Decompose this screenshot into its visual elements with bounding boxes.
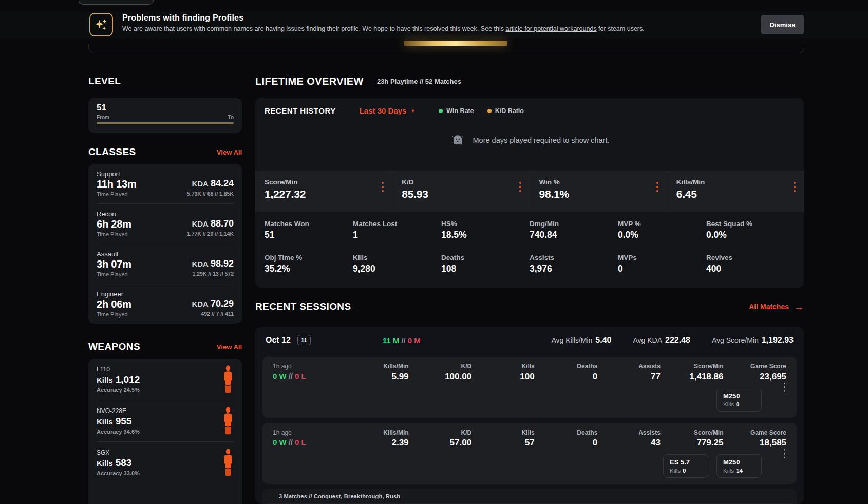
session-agg-kda: Avg KDA222.48 (633, 335, 690, 345)
level-value: 51 (97, 103, 234, 113)
match-row[interactable]: 1h ago 0 W//0 L Kills/Min2.39 K/D57.00 K… (262, 423, 797, 484)
kills-label: Kills (97, 376, 113, 384)
stat-cell: MVPs0 (618, 254, 706, 279)
stat-value: 6.45 (676, 188, 795, 200)
stat-label: Score/Min (265, 178, 383, 186)
session-agg-kills-min: Avg Kills/Min5.40 (551, 335, 611, 345)
level-heading: LEVEL (88, 76, 121, 87)
weapon-chip: M250 Kills14 (716, 454, 762, 478)
kda-value: 98.92 (211, 258, 234, 269)
class-kda-detail: 492 // 7 // 411 (192, 311, 234, 317)
banner-title: Problems with finding Profiles (122, 13, 645, 23)
match-row[interactable]: 1h ago 0 W//0 L Kills/Min5.99 K/D100.00 … (262, 357, 797, 418)
match-win-loss: 0 W//0 L (273, 438, 346, 446)
classes-view-all-link[interactable]: View All (217, 148, 242, 156)
stat-menu-icon[interactable] (656, 182, 658, 192)
body-silhouette-icon (222, 447, 234, 477)
kills-label: Kills (97, 459, 113, 468)
class-row-assault[interactable]: Assault 3h 07m Time Played KDA98.92 1.29… (88, 244, 242, 284)
stat-cell: HS%18.5% (441, 220, 530, 246)
match-stat: Assists77 (597, 363, 661, 382)
notification-banner: Problems with finding Profiles We are aw… (0, 11, 868, 38)
class-row-support[interactable]: Support 11h 13m Time Played KDA84.24 5.7… (88, 164, 242, 203)
level-to-label: To (228, 115, 234, 120)
match-time-ago: 1h ago (273, 363, 346, 370)
match-stat: K/D100.00 (409, 363, 472, 382)
classes-card: Support 11h 13m Time Played KDA84.24 5.7… (88, 164, 242, 324)
class-time: 11h 13m (97, 178, 137, 190)
stat-cell: Deaths108 (441, 254, 530, 279)
class-time: 3h 07m (97, 258, 131, 270)
dismiss-button[interactable]: Dismiss (761, 15, 804, 34)
class-time: 6h 28m (97, 218, 131, 230)
lifetime-overview-subtitle: 23h Playtime // 52 Matches (377, 78, 461, 85)
workarounds-link[interactable]: article for potential workarounds (505, 25, 596, 32)
session-agg-score-min: Avg Score/Min1,192.93 (712, 335, 794, 345)
primary-stats-strip: Score/Min 1,227.32 K/D 85.93 Win % 98.1%… (255, 171, 804, 212)
stat-label: Kills/Min (676, 178, 795, 186)
stat-cell: Dmg/Min740.84 (530, 220, 618, 246)
match-stat: Kills100 (471, 363, 535, 382)
date-range-dropdown[interactable]: Last 30 Days ▼ (360, 106, 416, 115)
weapon-row-l110[interactable]: L110 Kills1,012 Accuracy 24.5% (88, 359, 242, 400)
weapon-row-sgx[interactable]: SGX Kills583 Accuracy 33.0% (88, 442, 242, 483)
chevron-down-icon: ▼ (410, 108, 415, 114)
match-menu-icon[interactable] (784, 382, 786, 392)
all-matches-label: All Matches (749, 303, 789, 311)
win-rate-dot (439, 109, 443, 113)
stat-label: K/D (402, 178, 520, 186)
match-stat: Assists43 (597, 429, 661, 448)
ghost-icon (450, 133, 465, 148)
legend-win-rate[interactable]: Win Rate (439, 107, 474, 115)
stat-value: 85.93 (402, 188, 520, 200)
arrow-right-icon: → (794, 302, 804, 312)
match-stat: Kills57 (471, 429, 535, 448)
recent-sessions-heading: RECENT SESSIONS (255, 301, 351, 312)
session-header: Oct 12 11 11 M//0 M Avg Kills/Min5.40 Av… (262, 332, 797, 351)
sparkles-icon (89, 13, 113, 36)
stat-menu-icon[interactable] (382, 182, 384, 192)
match-win-loss: 0 W//0 L (273, 371, 346, 380)
class-time-label: Time Played (97, 311, 131, 318)
match-group: 3 Matches // Conquest, Breakthrough, Rus… (262, 489, 797, 504)
weapons-heading: WEAPONS (88, 341, 140, 352)
weapon-name: NVO-228E (97, 407, 140, 415)
class-row-recon[interactable]: Recon 6h 28m Time Played KDA88.70 1.77K … (88, 204, 242, 244)
weapons-view-all-link[interactable]: View All (217, 343, 242, 351)
level-card: 51 From To (88, 98, 242, 133)
match-menu-icon[interactable] (784, 449, 786, 458)
legend-kd-ratio[interactable]: K/D Ratio (487, 107, 524, 115)
class-name: Support (97, 170, 137, 178)
class-kda-detail: 5.73K // 68 // 1.85K (187, 191, 234, 197)
banner-text-after: for steam users. (597, 25, 645, 32)
weapon-row-nvo228e[interactable]: NVO-228E Kills955 Accuracy 34.6% (88, 400, 242, 441)
weapon-accuracy: Accuracy 24.5% (97, 387, 140, 393)
kda-value: 88.70 (211, 218, 234, 229)
weapon-name: L110 (97, 366, 140, 373)
kills-value: 955 (116, 416, 132, 426)
stat-cell: Matches Lost1 (353, 220, 441, 246)
legend-label: Win Rate (446, 107, 474, 115)
stat-cell: Revives400 (706, 254, 795, 279)
kda-label: KDA (192, 179, 209, 188)
class-name: Engineer (97, 290, 131, 298)
class-time-label: Time Played (97, 271, 131, 277)
match-stat: Deaths0 (535, 429, 598, 448)
recent-history-label: RECENT HISTORY (265, 106, 336, 115)
weapon-chip: ES 5.7 Kills0 (663, 454, 708, 478)
class-time: 2h 06m (97, 298, 131, 310)
banner-text-before: We are aware that users with common name… (122, 25, 505, 32)
session-match-count-badge: 11 (297, 335, 311, 345)
class-time-label: Time Played (97, 191, 137, 197)
weapon-chip: M250 Kills0 (716, 388, 762, 412)
classes-heading: CLASSES (88, 146, 136, 158)
stat-menu-icon[interactable] (794, 182, 796, 192)
lifetime-overview-card: RECENT HISTORY Last 30 Days ▼ Win Rate K… (255, 98, 804, 288)
class-row-engineer[interactable]: Engineer 2h 06m Time Played KDA70.29 492… (88, 284, 242, 324)
kills-value: 583 (116, 457, 132, 468)
stat-cell: Obj Time %35.2% (265, 254, 353, 279)
weapons-card: L110 Kills1,012 Accuracy 24.5% NVO-228E … (88, 359, 242, 504)
stat-menu-icon[interactable] (519, 182, 521, 192)
all-matches-link[interactable]: All Matches → (749, 302, 804, 312)
kda-label: KDA (192, 259, 209, 268)
